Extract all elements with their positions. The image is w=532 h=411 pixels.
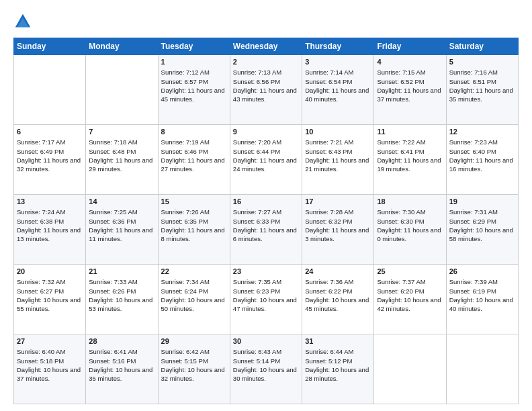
week-row-2: 6Sunrise: 7:17 AMSunset: 6:49 PMDaylight… (14, 125, 519, 195)
header-day-saturday: Saturday (446, 38, 518, 55)
daylight-text: Daylight: 11 hours and 29 minutes. (89, 156, 152, 173)
calendar-cell: 6Sunrise: 7:17 AMSunset: 6:49 PMDaylight… (14, 125, 86, 195)
day-number: 27 (17, 336, 83, 347)
calendar-body: 1Sunrise: 7:12 AMSunset: 6:57 PMDaylight… (14, 55, 519, 404)
day-number: 6 (17, 127, 83, 137)
calendar-cell: 15Sunrise: 7:26 AMSunset: 6:35 PMDayligh… (158, 195, 230, 265)
daylight-text: Daylight: 11 hours and 40 minutes. (305, 87, 369, 103)
calendar-cell: 25Sunrise: 7:37 AMSunset: 6:20 PMDayligh… (374, 265, 446, 334)
calendar-cell: 20Sunrise: 7:32 AMSunset: 6:27 PMDayligh… (14, 265, 86, 334)
sunrise-text: Sunrise: 7:36 AM (305, 278, 353, 285)
calendar-cell: 10Sunrise: 7:21 AMSunset: 6:43 PMDayligh… (302, 125, 374, 195)
sunrise-text: Sunrise: 7:19 AM (161, 138, 210, 146)
sunrise-text: Sunrise: 7:23 AM (449, 138, 498, 146)
daylight-text: Daylight: 11 hours and 43 minutes. (233, 87, 297, 103)
calendar-cell: 12Sunrise: 7:23 AMSunset: 6:40 PMDayligh… (446, 125, 518, 195)
calendar-cell: 29Sunrise: 6:42 AMSunset: 5:15 PMDayligh… (158, 334, 230, 404)
header-day-thursday: Thursday (302, 38, 374, 55)
sunset-text: Sunset: 6:44 PM (233, 148, 280, 155)
day-number: 24 (305, 267, 371, 277)
sunset-text: Sunset: 6:30 PM (377, 218, 424, 225)
calendar-cell (446, 334, 518, 404)
calendar-cell: 3Sunrise: 7:14 AMSunset: 6:54 PMDaylight… (302, 55, 374, 125)
page: SundayMondayTuesdayWednesdayThursdayFrid… (0, 0, 532, 411)
day-number: 11 (377, 127, 443, 137)
calendar-cell (14, 55, 86, 125)
sunrise-text: Sunrise: 7:31 AM (449, 208, 498, 216)
daylight-text: Daylight: 10 hours and 53 minutes. (89, 296, 152, 312)
sunrise-text: Sunrise: 7:35 AM (233, 278, 281, 285)
daylight-text: Daylight: 11 hours and 27 minutes. (161, 156, 225, 173)
calendar-cell: 11Sunrise: 7:22 AMSunset: 6:41 PMDayligh… (374, 125, 446, 195)
calendar-cell (374, 334, 446, 404)
day-number: 28 (89, 336, 154, 347)
calendar-cell: 17Sunrise: 7:28 AMSunset: 6:32 PMDayligh… (302, 195, 374, 265)
sunrise-text: Sunrise: 7:37 AM (377, 278, 425, 285)
sunset-text: Sunset: 6:36 PM (89, 218, 136, 225)
daylight-text: Daylight: 11 hours and 16 minutes. (449, 156, 513, 173)
sunrise-text: Sunrise: 7:24 AM (17, 208, 65, 216)
calendar-cell: 9Sunrise: 7:20 AMSunset: 6:44 PMDaylight… (230, 125, 302, 195)
sunrise-text: Sunrise: 6:43 AM (233, 348, 281, 355)
week-row-1: 1Sunrise: 7:12 AMSunset: 6:57 PMDaylight… (14, 55, 519, 125)
daylight-text: Daylight: 11 hours and 3 minutes. (305, 226, 369, 242)
calendar-cell: 22Sunrise: 7:34 AMSunset: 6:24 PMDayligh… (158, 265, 230, 334)
daylight-text: Daylight: 10 hours and 47 minutes. (233, 296, 297, 312)
day-number: 3 (305, 57, 371, 67)
day-number: 10 (305, 127, 371, 137)
calendar-header: SundayMondayTuesdayWednesdayThursdayFrid… (14, 38, 519, 55)
sunrise-text: Sunrise: 7:34 AM (161, 278, 210, 285)
day-number: 31 (305, 336, 371, 347)
day-number: 1 (161, 57, 227, 67)
calendar-cell: 5Sunrise: 7:16 AMSunset: 6:51 PMDaylight… (446, 55, 518, 125)
day-number: 23 (233, 267, 299, 277)
sunset-text: Sunset: 6:46 PM (161, 148, 208, 155)
sunrise-text: Sunrise: 6:41 AM (89, 348, 137, 355)
daylight-text: Daylight: 11 hours and 24 minutes. (233, 156, 297, 173)
day-number: 21 (89, 267, 154, 277)
calendar-cell (86, 55, 158, 125)
sunset-text: Sunset: 6:56 PM (233, 78, 280, 85)
calendar-cell: 24Sunrise: 7:36 AMSunset: 6:22 PMDayligh… (302, 265, 374, 334)
day-number: 4 (377, 57, 443, 67)
sunset-text: Sunset: 5:15 PM (161, 357, 208, 365)
day-number: 15 (161, 197, 227, 207)
calendar-cell: 18Sunrise: 7:30 AMSunset: 6:30 PMDayligh… (374, 195, 446, 265)
header-day-monday: Monday (86, 38, 158, 55)
week-row-4: 20Sunrise: 7:32 AMSunset: 6:27 PMDayligh… (14, 265, 519, 334)
sunrise-text: Sunrise: 7:15 AM (377, 68, 425, 76)
day-number: 25 (377, 267, 443, 277)
sunset-text: Sunset: 6:22 PM (305, 287, 352, 295)
day-number: 14 (89, 197, 154, 207)
sunrise-text: Sunrise: 7:32 AM (17, 278, 65, 285)
calendar-cell: 26Sunrise: 7:39 AMSunset: 6:19 PMDayligh… (446, 265, 518, 334)
calendar-cell: 16Sunrise: 7:27 AMSunset: 6:33 PMDayligh… (230, 195, 302, 265)
sunset-text: Sunset: 6:33 PM (233, 218, 280, 225)
daylight-text: Daylight: 11 hours and 35 minutes. (449, 87, 513, 103)
daylight-text: Daylight: 11 hours and 11 minutes. (89, 226, 152, 242)
calendar-cell: 2Sunrise: 7:13 AMSunset: 6:56 PMDaylight… (230, 55, 302, 125)
daylight-text: Daylight: 11 hours and 45 minutes. (161, 87, 225, 103)
sunrise-text: Sunrise: 7:16 AM (449, 68, 498, 76)
sunset-text: Sunset: 6:35 PM (161, 218, 208, 225)
sunset-text: Sunset: 6:49 PM (17, 148, 64, 155)
header-day-friday: Friday (374, 38, 446, 55)
sunrise-text: Sunrise: 7:30 AM (377, 208, 425, 216)
sunset-text: Sunset: 6:38 PM (17, 218, 64, 225)
sunrise-text: Sunrise: 7:12 AM (161, 68, 210, 76)
daylight-text: Daylight: 11 hours and 21 minutes. (305, 156, 369, 173)
sunrise-text: Sunrise: 7:22 AM (377, 138, 425, 146)
sunrise-text: Sunrise: 7:20 AM (233, 138, 281, 146)
sunset-text: Sunset: 6:24 PM (161, 287, 208, 295)
week-row-3: 13Sunrise: 7:24 AMSunset: 6:38 PMDayligh… (14, 195, 519, 265)
sunset-text: Sunset: 6:26 PM (89, 287, 136, 295)
sunrise-text: Sunrise: 7:17 AM (17, 138, 65, 146)
day-number: 29 (161, 336, 227, 347)
header-day-tuesday: Tuesday (158, 38, 230, 55)
sunrise-text: Sunrise: 7:21 AM (305, 138, 353, 146)
sunrise-text: Sunrise: 7:39 AM (449, 278, 498, 285)
sunrise-text: Sunrise: 7:14 AM (305, 68, 353, 76)
daylight-text: Daylight: 10 hours and 45 minutes. (305, 296, 369, 312)
day-number: 8 (161, 127, 227, 137)
sunrise-text: Sunrise: 7:33 AM (89, 278, 137, 285)
